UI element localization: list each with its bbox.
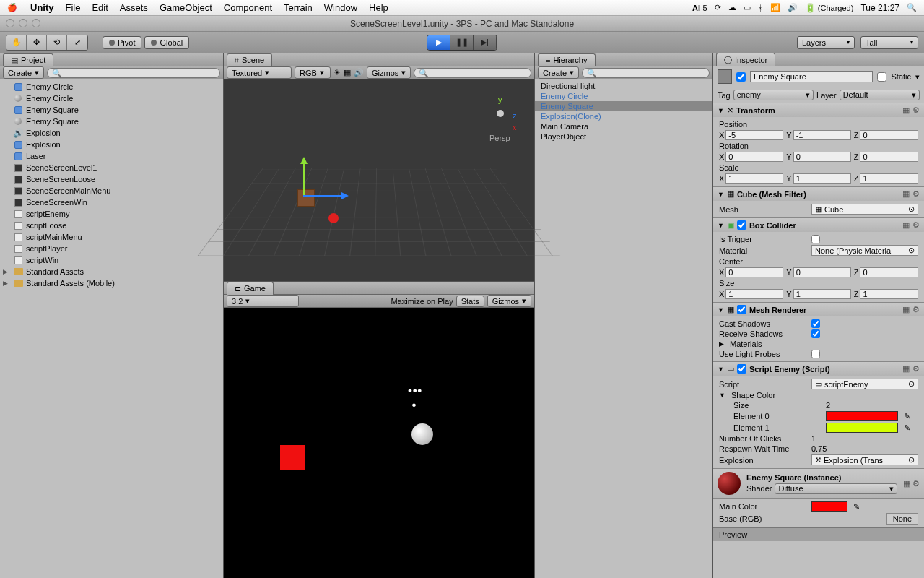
list-item[interactable]: Enemy Circle: [0, 92, 223, 104]
hierarchy-item[interactable]: Main Camera: [535, 121, 712, 131]
light-toggle[interactable]: ☀: [334, 68, 341, 77]
shading-dropdown[interactable]: Textured▾: [227, 66, 292, 79]
layout-dropdown[interactable]: Tall▾: [860, 36, 918, 49]
play-button[interactable]: ▶: [427, 35, 450, 50]
gear-icon[interactable]: ⚙: [912, 105, 920, 115]
orientation-gizmo[interactable]: y z x Persp: [476, 94, 520, 137]
rot-y[interactable]: [793, 152, 851, 162]
list-item[interactable]: scriptMainMenu: [0, 231, 223, 243]
size-x[interactable]: [725, 289, 783, 299]
menu-file[interactable]: File: [60, 2, 87, 13]
list-item[interactable]: scriptEnemy: [0, 208, 223, 220]
explosion-slot[interactable]: ⤧Explosion (Trans⊙: [811, 454, 918, 465]
respawn-value[interactable]: 0.75: [811, 444, 827, 453]
fx-toggle[interactable]: ▦: [344, 68, 351, 77]
hierarchy-item[interactable]: Explosion(Clone): [535, 111, 712, 121]
pivot-toggle[interactable]: Pivot: [103, 36, 141, 49]
recv-shadows[interactable]: [811, 329, 820, 338]
help-icon[interactable]: ▦: [902, 220, 910, 230]
move-tool[interactable]: ✥: [27, 35, 47, 50]
pos-x[interactable]: [725, 130, 783, 140]
aspect-dropdown[interactable]: 3:2▾: [227, 295, 299, 307]
center-y[interactable]: [793, 267, 851, 277]
tag-dropdown[interactable]: enemy▾: [733, 90, 814, 100]
color-swatch-1[interactable]: [826, 423, 898, 433]
help-icon[interactable]: ▦: [902, 105, 910, 115]
menu-app[interactable]: Unity: [25, 2, 60, 13]
mesh-slot[interactable]: ▦Cube⊙: [811, 204, 918, 215]
menu-gameobject[interactable]: GameObject: [154, 2, 218, 13]
texture-slot[interactable]: None: [886, 513, 918, 525]
menu-help[interactable]: Help: [363, 2, 394, 13]
center-x[interactable]: [725, 267, 783, 277]
traffic-lights[interactable]: [6, 19, 40, 27]
material-preview-bar[interactable]: Preview: [713, 527, 924, 541]
menu-edit[interactable]: Edit: [86, 2, 113, 13]
spotlight-icon[interactable]: 🔍: [907, 3, 917, 12]
help-icon[interactable]: ▦: [902, 305, 910, 314]
shapecolor-foldout[interactable]: Shape Color: [731, 391, 775, 400]
array-size[interactable]: 2: [826, 401, 830, 410]
inspector-tab[interactable]: ⓘInspector: [716, 53, 775, 67]
game-tab[interactable]: ⊏Game: [227, 282, 274, 295]
gear-icon[interactable]: ⚙: [912, 220, 920, 230]
step-button[interactable]: ▶|: [474, 35, 497, 50]
script-enable[interactable]: [737, 364, 746, 374]
list-item[interactable]: scriptPlayer: [0, 243, 223, 254]
list-item[interactable]: Enemy Square: [0, 116, 223, 127]
gear-icon[interactable]: ⚙: [912, 364, 920, 374]
rot-x[interactable]: [725, 152, 783, 162]
clicks-value[interactable]: 1: [811, 434, 816, 443]
size-y[interactable]: [793, 289, 851, 299]
active-checkbox[interactable]: [736, 72, 746, 82]
istrigger-checkbox[interactable]: [811, 235, 820, 243]
scale-y[interactable]: [793, 173, 851, 184]
hierarchy-item[interactable]: PlayerObject: [535, 131, 712, 142]
menu-component[interactable]: Component: [218, 2, 278, 13]
gear-icon[interactable]: ⚙: [912, 189, 920, 199]
list-item[interactable]: 🔊Explosion: [0, 127, 223, 139]
static-checkbox[interactable]: [877, 72, 886, 82]
maximize-toggle[interactable]: Maximize on Play: [391, 297, 453, 306]
apple-icon[interactable]: 🍎: [7, 3, 17, 13]
project-tab[interactable]: ▤Project: [3, 53, 53, 66]
scale-z[interactable]: [860, 173, 918, 184]
layer-dropdown[interactable]: Default▾: [840, 90, 920, 100]
list-item[interactable]: SceneScreenMainMenu: [0, 185, 223, 197]
game-gizmos-dropdown[interactable]: Gizmos▾: [487, 295, 531, 307]
gear-icon[interactable]: ⚙: [912, 305, 920, 314]
renderer-enable[interactable]: [737, 305, 746, 314]
rotate-tool[interactable]: ⟲: [47, 35, 67, 50]
pause-button[interactable]: ❚❚: [450, 35, 474, 50]
rendermode-dropdown[interactable]: RGB▾: [295, 66, 331, 79]
materials-foldout[interactable]: Materials: [730, 340, 762, 348]
list-item[interactable]: ▶Standard Assets: [0, 266, 223, 277]
menu-window[interactable]: Window: [318, 2, 363, 13]
game-canvas[interactable]: • • • •: [224, 308, 534, 578]
list-item[interactable]: SceneScreenLevel1: [0, 162, 223, 173]
color-swatch-0[interactable]: [826, 411, 898, 421]
list-item[interactable]: scriptWin: [0, 254, 223, 266]
layers-dropdown[interactable]: Layers▾: [797, 36, 855, 49]
size-z[interactable]: [860, 289, 918, 299]
cast-shadows[interactable]: [811, 319, 820, 328]
pos-y[interactable]: [793, 130, 851, 140]
scene-search[interactable]: 🔍: [414, 68, 531, 78]
gizmos-dropdown[interactable]: Gizmos▾: [367, 66, 411, 79]
project-search[interactable]: 🔍: [47, 68, 220, 78]
scale-x[interactable]: [725, 173, 783, 184]
hierarchy-item[interactable]: Enemy Circle: [535, 91, 712, 101]
scale-tool[interactable]: ⤢: [67, 35, 87, 50]
center-z[interactable]: [860, 267, 918, 277]
list-item[interactable]: Laser: [0, 150, 223, 162]
eyedropper-icon[interactable]: ✎: [904, 412, 910, 421]
stats-toggle[interactable]: Stats: [456, 296, 484, 307]
list-item[interactable]: SceneScreenWin: [0, 197, 223, 208]
scene-tab[interactable]: ⌗Scene: [227, 53, 272, 66]
gameobject-name-input[interactable]: [750, 71, 873, 82]
light-probes[interactable]: [811, 350, 820, 358]
hierarchy-search[interactable]: 🔍: [582, 68, 710, 78]
pos-z[interactable]: [860, 130, 918, 140]
eyedropper-icon[interactable]: ✎: [853, 502, 860, 512]
list-item[interactable]: Enemy Square: [0, 104, 223, 116]
